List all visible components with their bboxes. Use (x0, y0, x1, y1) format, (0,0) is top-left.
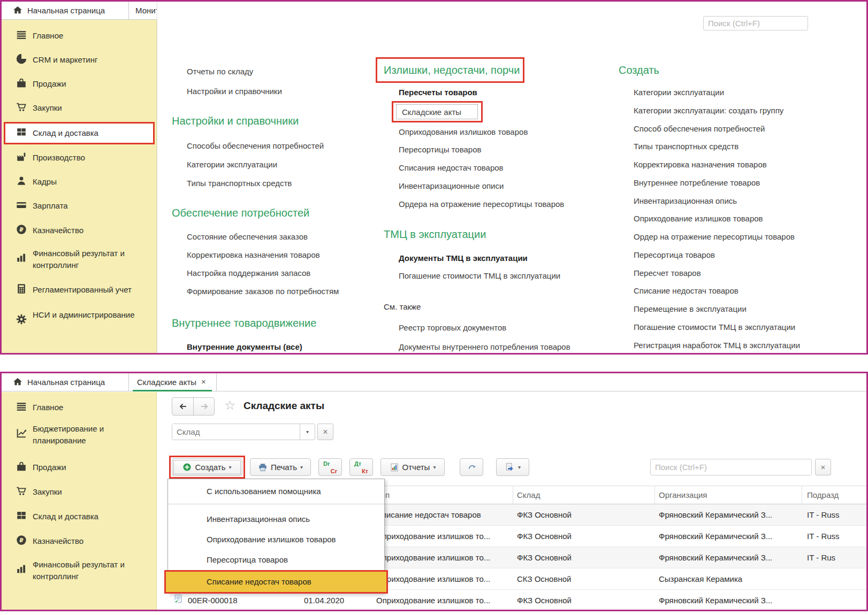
menu-link[interactable]: Настройки и справочники (187, 87, 282, 96)
printer-icon (258, 463, 268, 472)
filter-clear-button[interactable]: × (317, 424, 333, 440)
sidebar-label: Финансовый результат и контроллинг (33, 248, 148, 271)
menu-link[interactable]: Погашение стоимости ТМЦ в эксплуатации (399, 271, 560, 280)
tab-home[interactable]: Начальная страница (27, 6, 105, 15)
create-button[interactable]: Создать ▾ (172, 458, 242, 476)
menu-link[interactable]: Категории эксплуатации: создать группу (634, 106, 783, 115)
menu-link[interactable]: Инвентаризационные описи (399, 181, 504, 190)
print-button-label: Печать (271, 463, 297, 472)
pie-chart-icon (16, 53, 27, 67)
cell-department: IT - Rus (807, 553, 835, 562)
menu-link-bold[interactable]: Внутренние документы (все) (187, 342, 302, 351)
menu-link[interactable]: Способы обеспечения потребностей (187, 141, 324, 150)
cell-organization: Сызранская Керамика (659, 574, 742, 583)
menu-link-warehouse-acts[interactable]: Складские акты (402, 107, 461, 117)
menu-link[interactable]: Ордера на отражение пересортицы товаров (399, 199, 564, 209)
menu-link[interactable]: Пересортица товаров (634, 250, 715, 259)
menu-link[interactable]: Списания недостач товаров (399, 163, 504, 172)
calculator-icon (16, 283, 27, 297)
menu-item-surplus-posting[interactable]: Оприходование излишков товаров (207, 535, 336, 544)
print-button[interactable]: Печать ▾ (250, 458, 311, 476)
cell-number: 00ER-000018 (188, 596, 238, 605)
warehouse-filter: ▾ (172, 424, 315, 440)
section-header: Создать (619, 64, 659, 76)
top-panel: Начальная страница Монит Главное CRM и м… (0, 0, 868, 355)
menu-link[interactable]: Реестр торговых документов (399, 323, 506, 332)
column-header-warehouse[interactable]: Склад (517, 490, 540, 499)
menu-link[interactable]: Списание недостач товаров (634, 286, 738, 295)
menu-link[interactable]: Категории эксплуатации (634, 88, 724, 97)
menu-link[interactable]: Документы внутреннего потребления товаро… (399, 342, 570, 351)
menu-link-bold[interactable]: Пересчеты товаров (399, 88, 477, 97)
menu-link[interactable]: Оприходование излишков товаров (634, 214, 763, 223)
grid-icon (16, 126, 27, 140)
top-sidebar: Главное CRM и маркетинг Продажи Закупки … (2, 20, 157, 353)
column-separator (513, 486, 513, 504)
menu-link[interactable]: Корректировка назначения товаров (634, 160, 767, 169)
menu-link-bold[interactable]: Документы ТМЦ в эксплуатации (399, 253, 528, 263)
create-based-on-button[interactable]: ▾ (496, 458, 529, 476)
menu-link[interactable]: Пересортицы товаров (399, 145, 481, 154)
column-separator (654, 486, 655, 504)
menu-separator (168, 504, 384, 504)
drcr-button[interactable]: Dr Cr (318, 458, 342, 476)
favorite-star-icon[interactable]: ☆ (224, 398, 236, 413)
menu-link[interactable]: Состояние обеспечения заказов (187, 232, 308, 241)
menu-link[interactable]: Пересчет товаров (634, 268, 701, 278)
list-search-input[interactable] (650, 459, 812, 475)
tab-close-icon[interactable]: × (201, 377, 206, 386)
menu-item-shortage-writeoff[interactable]: Списание недостач товаров (164, 570, 388, 594)
filter-caret-button[interactable]: ▾ (300, 424, 315, 440)
curved-arrow-icon (467, 462, 477, 472)
reports-button[interactable]: Отчеты ▾ (380, 458, 445, 476)
history-buttons (172, 397, 215, 416)
post-document-button[interactable] (460, 458, 483, 476)
menu-link[interactable]: Перемещение в эксплуатации (634, 304, 747, 313)
section-header: Внутреннее товародвижение (172, 317, 316, 329)
menu-link[interactable]: Формирование заказов по потребностям (187, 287, 339, 296)
dt-label: Дт (354, 460, 361, 467)
menu-item-regrading[interactable]: Пересортица товаров (207, 555, 288, 564)
menu-item-assistant[interactable]: С использованием помощника (207, 487, 321, 496)
sidebar-label: Казначейство (33, 225, 83, 236)
sidebar-label: Кадры (33, 176, 57, 188)
tab-monitor-partial[interactable]: Монит (135, 6, 159, 15)
cell-warehouse: ФКЗ Основной (517, 510, 572, 519)
tab-warehouse-acts[interactable]: Складские акты × (128, 373, 216, 391)
warehouse-filter-input[interactable] (172, 424, 300, 440)
menu-link[interactable]: Настройка поддержания запасов (187, 268, 310, 278)
cell-warehouse: ФКЗ Основной (517, 596, 572, 605)
home-icon[interactable] (12, 376, 23, 389)
menu-link[interactable]: Погашение стоимости ТМЦ в эксплуатации (634, 322, 795, 332)
menu-link[interactable]: Категории эксплуатации (187, 160, 277, 169)
chevron-down-icon: ▾ (433, 464, 436, 470)
menu-link[interactable]: Ордер на отражение пересортицы товаров (634, 232, 795, 241)
document-posted-icon (173, 594, 184, 606)
tab-home[interactable]: Начальная страница (27, 378, 105, 387)
menu-link[interactable]: Отчеты по складу (187, 67, 253, 76)
column-header-department[interactable]: Подразд (807, 490, 839, 499)
sidebar-label: Склад и доставка (33, 127, 98, 139)
menu-link[interactable]: Способ обеспечения потребностей (634, 124, 765, 133)
column-header-organization[interactable]: Организация (659, 490, 707, 499)
dtkt-button[interactable]: Дт Кт (349, 458, 373, 476)
menu-link[interactable]: Внутреннее потребление товаров (634, 178, 760, 187)
menu-link[interactable]: Регистрация наработок ТМЦ в эксплуатации (634, 341, 800, 350)
forward-button[interactable] (194, 398, 215, 415)
cell-department: IT - Russ (807, 532, 840, 541)
sidebar-label: CRM и маркетинг (33, 54, 97, 66)
menu-link[interactable]: Типы транспортных средств (634, 142, 738, 151)
menu-icon (16, 29, 27, 43)
menu-link[interactable]: Корректировка назначения товаров (187, 250, 320, 259)
tab-separator (128, 2, 129, 19)
back-button[interactable] (172, 398, 194, 415)
menu-search-input[interactable] (703, 16, 808, 30)
menu-link[interactable]: Инвентаризационная опись (634, 196, 737, 205)
sidebar-label: Продажи (33, 78, 66, 90)
menu-item-inventory-list[interactable]: Инвентаризационная опись (207, 514, 310, 524)
home-icon[interactable] (12, 5, 23, 18)
search-clear-button[interactable]: × (815, 459, 831, 475)
cell-date: 01.04.2020 (304, 596, 344, 605)
menu-link[interactable]: Оприходования излишков товаров (399, 127, 528, 136)
menu-link[interactable]: Типы транспортных средств (187, 179, 292, 188)
